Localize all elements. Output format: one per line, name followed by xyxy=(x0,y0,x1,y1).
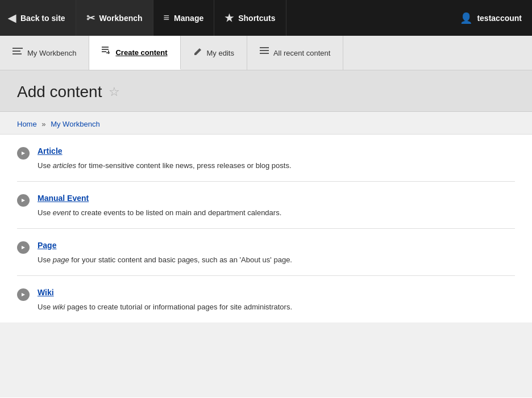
page-arrow-button[interactable] xyxy=(17,241,30,254)
svg-rect-4 xyxy=(102,49,109,50)
article-description: Use articles for time-sensitive content … xyxy=(38,160,515,171)
tab-all-recent-content[interactable]: All recent content xyxy=(247,36,343,70)
admin-bar: ◀ Back to site ✂ Workbench ≡ Manage ★ Sh… xyxy=(0,0,532,36)
workbench-tab-icon xyxy=(13,48,23,58)
workbench-button[interactable]: ✂ Workbench xyxy=(76,0,153,36)
breadcrumb-separator: » xyxy=(41,120,45,128)
svg-rect-1 xyxy=(13,51,20,52)
svg-rect-10 xyxy=(260,53,269,54)
back-arrow-icon: ◀ xyxy=(8,12,16,24)
svg-rect-0 xyxy=(13,48,23,49)
workbench-label: Workbench xyxy=(99,14,143,23)
user-account-button[interactable]: 👤 testaccount xyxy=(450,0,532,36)
svg-marker-13 xyxy=(22,246,25,249)
list-item: Manual Event Use event to create events … xyxy=(17,182,515,229)
manage-button[interactable]: ≡ Manage xyxy=(153,0,215,36)
wiki-body: Wiki Use wiki pages to create tutorial o… xyxy=(38,287,515,312)
tab-my-edits[interactable]: My edits xyxy=(181,36,247,70)
article-link[interactable]: Article xyxy=(38,146,515,157)
manual-event-arrow-button[interactable] xyxy=(17,194,30,207)
page-description: Use page for your static content and bas… xyxy=(38,254,515,266)
manage-icon: ≡ xyxy=(164,12,170,24)
page-title-bar: Add content ☆ xyxy=(0,70,532,112)
breadcrumb: Home » My Workbench xyxy=(0,112,532,135)
tab-create-content[interactable]: Create content xyxy=(89,36,180,70)
article-arrow-button[interactable] xyxy=(17,147,30,160)
page-link[interactable]: Page xyxy=(38,240,515,252)
back-to-site-button[interactable]: ◀ Back to site xyxy=(0,0,76,36)
svg-marker-11 xyxy=(22,152,25,155)
svg-rect-9 xyxy=(260,50,269,51)
manual-event-link[interactable]: Manual Event xyxy=(38,193,515,204)
star-nav-icon: ★ xyxy=(225,12,234,24)
breadcrumb-home-link[interactable]: Home xyxy=(17,120,37,128)
tab-my-workbench-label: My Workbench xyxy=(27,49,76,57)
list-item: Article Use articles for time-sensitive … xyxy=(17,135,515,182)
user-icon: 👤 xyxy=(460,12,472,24)
page-body: Page Use page for your static content an… xyxy=(38,240,515,265)
shortcuts-label: Shortcuts xyxy=(238,14,275,23)
wiki-description: Use wiki pages to create tutorial or inf… xyxy=(38,301,515,313)
svg-marker-14 xyxy=(22,293,25,296)
tab-create-content-label: Create content xyxy=(115,48,167,57)
article-body: Article Use articles for time-sensitive … xyxy=(38,146,515,171)
wiki-arrow-button[interactable] xyxy=(17,288,30,301)
favorite-icon[interactable]: ☆ xyxy=(109,85,120,99)
svg-rect-3 xyxy=(102,47,109,48)
create-content-icon xyxy=(102,47,111,58)
all-recent-icon xyxy=(260,47,269,58)
wiki-link[interactable]: Wiki xyxy=(38,287,515,299)
breadcrumb-current-link[interactable]: My Workbench xyxy=(51,120,99,128)
list-item: Page Use page for your static content an… xyxy=(17,229,515,276)
secondary-nav: My Workbench Create content My edits All… xyxy=(0,36,532,70)
svg-rect-2 xyxy=(13,53,22,55)
shortcuts-button[interactable]: ★ Shortcuts xyxy=(214,0,286,36)
account-label: testaccount xyxy=(477,14,522,23)
tab-all-recent-label: All recent content xyxy=(273,49,330,57)
manage-label: Manage xyxy=(174,14,203,23)
manual-event-description: Use event to create events to be listed … xyxy=(38,207,515,219)
list-item: Wiki Use wiki pages to create tutorial o… xyxy=(17,276,515,322)
page-content: Add content ☆ Home » My Workbench Articl… xyxy=(0,70,532,397)
content-list: Article Use articles for time-sensitive … xyxy=(0,135,532,322)
workbench-icon: ✂ xyxy=(86,12,95,24)
svg-rect-7 xyxy=(106,52,110,53)
svg-rect-8 xyxy=(260,47,269,48)
svg-marker-12 xyxy=(22,199,25,202)
my-edits-icon xyxy=(193,47,202,58)
back-to-site-label: Back to site xyxy=(20,14,65,23)
manual-event-body: Manual Event Use event to create events … xyxy=(38,193,515,218)
page-title: Add content xyxy=(17,83,102,101)
svg-rect-5 xyxy=(102,51,106,52)
tab-my-edits-label: My edits xyxy=(207,49,234,57)
tab-my-workbench[interactable]: My Workbench xyxy=(0,36,89,70)
